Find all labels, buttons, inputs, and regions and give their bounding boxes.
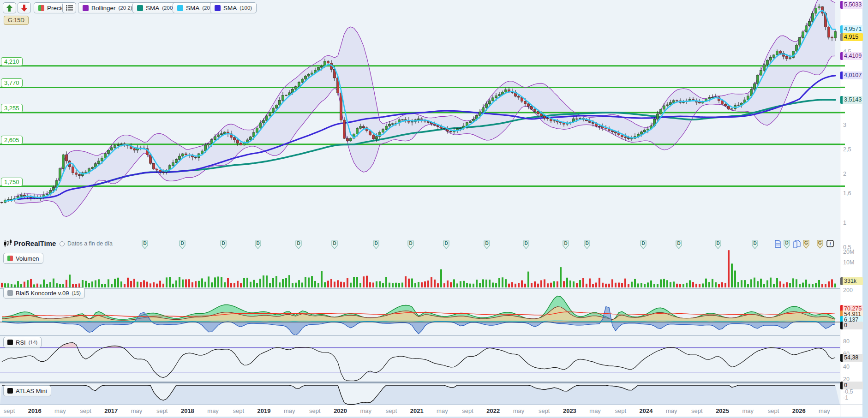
atlas-color-icon: [7, 388, 13, 394]
bollinger-param: (20 2): [119, 5, 132, 11]
dividend-badge[interactable]: D: [373, 240, 379, 251]
dividend-badge[interactable]: D: [752, 240, 758, 251]
dividend-shield-icon: D: [295, 240, 302, 249]
dividend-badge[interactable]: D: [179, 240, 186, 251]
scale-up-button[interactable]: [3, 2, 16, 13]
document-icon[interactable]: [775, 240, 781, 248]
svg-text:D: D: [374, 241, 377, 246]
dividend-badge[interactable]: D: [484, 240, 490, 251]
dividend-badge[interactable]: D: [523, 240, 529, 251]
dividend-shield-icon: D: [752, 240, 758, 249]
svg-text:D: D: [524, 241, 527, 246]
sma100-color-icon: [215, 5, 221, 11]
svg-text:D: D: [221, 241, 225, 246]
sma20-color-icon: [177, 5, 183, 11]
dividend-badge[interactable]: D: [443, 240, 449, 251]
sma20-label: SMA: [186, 5, 199, 12]
svg-text:D: D: [409, 241, 412, 246]
info-icon[interactable]: i: [826, 240, 834, 247]
dividend-shield-icon: D: [373, 240, 379, 249]
dividend-shield-icon: D: [484, 240, 490, 249]
svg-text:D: D: [333, 241, 336, 246]
koncorde-button[interactable]: Blai5 Koncorde v.09 (15): [3, 287, 85, 299]
rsi-param: (14): [29, 340, 38, 345]
atlas-button[interactable]: ATLAS Mini: [3, 385, 51, 396]
dividend-shield-icon: D: [331, 240, 338, 249]
dividend-shield-icon: D: [443, 240, 449, 249]
rsi-color-icon: [7, 340, 13, 345]
bollinger-button[interactable]: Bollinger (20 2): [78, 2, 137, 13]
bollinger-color-icon: [83, 5, 89, 11]
chart-canvas[interactable]: [0, 0, 868, 418]
list-icon: [66, 5, 73, 11]
dividend-shield-icon: D: [255, 240, 261, 249]
proreal-chart-window: Precio Bollinger (20 2) SMA (200) SMA (2…: [0, 0, 868, 418]
down-arrow-icon: [21, 5, 27, 12]
svg-text:D: D: [485, 241, 488, 246]
scale-down-button[interactable]: [18, 2, 31, 13]
koncorde-color-icon: [7, 290, 13, 296]
data-mode-radio[interactable]: [60, 241, 65, 246]
dividend-shield-icon: D: [715, 240, 721, 249]
dividend-badge[interactable]: D: [715, 240, 721, 251]
dividend-badge[interactable]: D: [255, 240, 261, 251]
dividend-badge[interactable]: D: [640, 240, 647, 251]
dividend-badge[interactable]: D: [563, 240, 569, 251]
svg-text:G: G: [804, 240, 808, 245]
svg-text:D: D: [444, 241, 448, 246]
svg-text:D: D: [641, 241, 645, 246]
rsi-button[interactable]: RSI (14): [3, 337, 42, 348]
svg-text:D: D: [297, 241, 300, 246]
dividend-shield-icon: D: [640, 240, 647, 249]
dividend-badge[interactable]: D: [407, 240, 414, 251]
dividend-badge[interactable]: D: [142, 240, 148, 251]
indicator-list-button[interactable]: [62, 2, 76, 13]
koncorde-label: Blai5 Koncorde v.09: [16, 290, 69, 297]
dividend-shield-icon: D: [407, 240, 414, 249]
sma100-button[interactable]: SMA (100): [210, 2, 257, 13]
svg-text:D: D: [753, 241, 756, 246]
atlas-label: ATLAS Mini: [16, 388, 47, 394]
svg-text:i: i: [829, 241, 831, 246]
svg-text:D: D: [564, 241, 567, 246]
dividend-shield-icon: D: [584, 240, 590, 249]
dividend-badge[interactable]: D: [584, 240, 590, 251]
svg-text:D: D: [180, 241, 184, 246]
dividend-badge[interactable]: D: [784, 240, 790, 249]
dividend-shield-icon: D: [563, 240, 569, 249]
volume-label: Volumen: [16, 255, 39, 262]
sma100-label: SMA: [223, 5, 237, 12]
sma200-color-icon: [137, 5, 143, 11]
candles-icon: [38, 5, 44, 11]
volume-color-icon: [7, 256, 13, 261]
sma200-label: SMA: [146, 5, 159, 12]
rsi-label: RSI: [16, 339, 26, 346]
sma100-param: (100): [239, 5, 252, 11]
up-arrow-icon: [6, 5, 12, 12]
documents-icon[interactable]: [793, 240, 801, 248]
sma200-button[interactable]: SMA (200): [132, 2, 179, 13]
svg-text:D: D: [716, 241, 719, 246]
svg-text:D: D: [785, 240, 788, 245]
interval-badge[interactable]: G:15D: [4, 16, 29, 25]
svg-text:D: D: [585, 241, 588, 246]
svg-text:D: D: [256, 241, 259, 246]
volume-button[interactable]: Volumen: [3, 253, 43, 264]
dividend-shield-icon: D: [142, 240, 148, 249]
dividend-badge[interactable]: D: [220, 240, 227, 251]
dividend-badge[interactable]: D: [331, 240, 338, 251]
gap-badge[interactable]: G: [817, 240, 823, 249]
svg-text:D: D: [143, 241, 146, 246]
svg-text:D: D: [677, 241, 680, 246]
dividend-shield-icon: D: [179, 240, 186, 249]
dividend-badge[interactable]: D: [676, 240, 682, 251]
bollinger-label: Bollinger: [91, 5, 116, 12]
svg-text:G: G: [818, 240, 822, 245]
dividend-shield-icon: D: [220, 240, 227, 249]
gap-badge[interactable]: G: [803, 240, 809, 249]
koncorde-param: (15): [72, 290, 81, 296]
dividend-shield-icon: D: [676, 240, 682, 249]
dividend-shield-icon: D: [523, 240, 529, 249]
dividend-badge[interactable]: D: [295, 240, 302, 251]
